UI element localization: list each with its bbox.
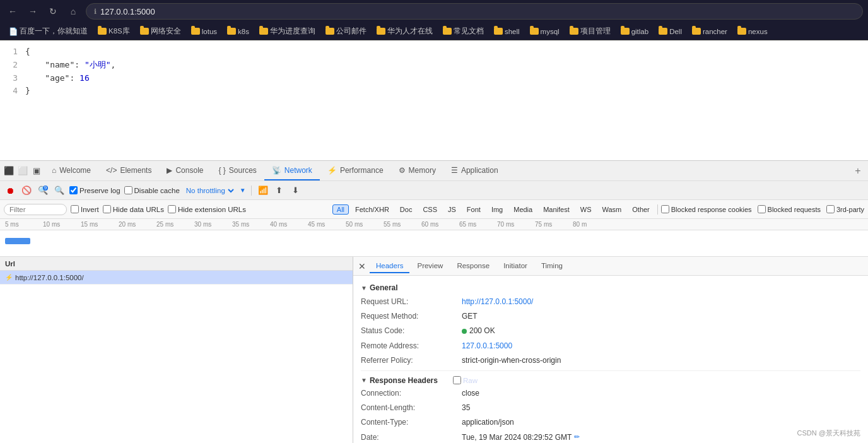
bookmark-email[interactable]: 公司邮件 [322, 25, 370, 37]
preserve-log-label[interactable]: Preserve log [69, 186, 120, 194]
type-btn-doc[interactable]: Doc [396, 204, 417, 215]
raw-checkbox[interactable] [453, 376, 461, 384]
type-btn-all[interactable]: All [332, 204, 349, 215]
search-button[interactable]: 🔍 [53, 184, 66, 197]
forward-button[interactable]: → [25, 4, 40, 19]
invert-label[interactable]: Invert [71, 205, 99, 213]
bookmark-rancher[interactable]: rancher [688, 27, 731, 37]
detail-tab-response[interactable]: Response [450, 259, 496, 273]
hide-data-urls-label[interactable]: Hide data URLs [103, 205, 164, 213]
connection-value: close [462, 387, 479, 399]
type-btn-manifest[interactable]: Manifest [539, 204, 574, 215]
tab-network[interactable]: 📡 Network [264, 161, 320, 180]
third-party-checkbox[interactable] [826, 205, 835, 213]
record-button[interactable]: ⏺ [4, 184, 16, 197]
tick-25ms: 25 ms [156, 221, 194, 228]
request-url-text: http://127.0.0.1:5000/ [15, 274, 84, 281]
address-bar[interactable]: ℹ 127.0.0.1:5000 [86, 3, 863, 20]
type-btn-fetchxhr[interactable]: Fetch/XHR [351, 204, 394, 215]
wifi-button[interactable]: 📶 [257, 184, 269, 197]
import-button[interactable]: ⬆ [273, 184, 286, 197]
bookmark-mysql[interactable]: mysql [526, 27, 563, 37]
type-btn-css[interactable]: CSS [418, 204, 442, 215]
folder-icon [737, 28, 746, 35]
tab-application[interactable]: ☰ Application [443, 161, 506, 180]
bookmark-baidu[interactable]: 📄 百度一下，你就知道 [5, 25, 91, 37]
date-key: Date: [361, 432, 462, 444]
tab-console[interactable]: ▶ Console [159, 161, 211, 180]
response-headers-title: Response Headers [370, 376, 438, 385]
hide-data-urls-checkbox[interactable] [103, 205, 111, 213]
disable-cache-checkbox[interactable] [124, 186, 132, 194]
home-icon: ⌂ [52, 166, 56, 175]
bookmark-proj-mgmt[interactable]: 项目管理 [566, 25, 614, 37]
filter-input[interactable] [4, 204, 67, 215]
bookmark-huawei-progress[interactable]: 华为进度查询 [255, 25, 319, 37]
bookmark-lotus[interactable]: lotus [187, 27, 221, 37]
bookmark-shell[interactable]: shell [490, 27, 524, 37]
detail-tab-timing[interactable]: Timing [535, 259, 569, 273]
type-btn-font[interactable]: Font [462, 204, 485, 215]
filter-toggle-button[interactable]: 🔍 9 [37, 184, 49, 197]
network-toolbar: ⏺ 🚫 🔍 9 🔍 Preserve log Disable cache No … [0, 181, 868, 200]
hide-ext-urls-checkbox[interactable] [168, 205, 176, 213]
detail-tab-headers[interactable]: Headers [370, 259, 409, 273]
raw-checkbox-label[interactable]: Raw [453, 376, 478, 384]
detail-tab-preview[interactable]: Preview [411, 259, 449, 273]
close-details-button[interactable]: ✕ [356, 260, 368, 273]
disable-cache-label[interactable]: Disable cache [124, 186, 180, 194]
reload-button[interactable]: ↻ [45, 4, 61, 19]
tab-elements[interactable]: </> Elements [98, 161, 159, 180]
back-button[interactable]: ← [5, 4, 20, 19]
bookmark-huawei-talent[interactable]: 华为人才在线 [373, 25, 437, 37]
bookmark-icon: 📄 [9, 27, 18, 36]
add-tab-button[interactable]: + [850, 163, 865, 179]
invert-checkbox[interactable] [71, 205, 79, 213]
request-method-row: Request Method: GET [361, 310, 860, 322]
performance-icon: ⚡ [327, 166, 337, 175]
preserve-log-checkbox[interactable] [69, 186, 78, 194]
blocked-cookies-checkbox[interactable] [661, 205, 669, 213]
export-button[interactable]: ⬇ [290, 184, 302, 197]
type-btn-img[interactable]: Img [487, 204, 507, 215]
line-number: 2 [8, 59, 18, 72]
blocked-requests-label[interactable]: Blocked requests [758, 205, 821, 213]
general-section-header[interactable]: ▼ General [361, 283, 860, 292]
blocked-requests-checkbox[interactable] [758, 205, 766, 213]
bookmark-k8s[interactable]: K8S库 [94, 25, 134, 37]
section-divider [361, 370, 860, 371]
request-row[interactable]: ⚡ http://127.0.0.1:5000/ [0, 271, 353, 285]
hide-ext-urls-label[interactable]: Hide extension URLs [168, 205, 246, 213]
type-btn-js[interactable]: JS [443, 204, 460, 215]
response-headers-section-header[interactable]: ▼ Response Headers [361, 376, 438, 385]
bookmark-nexus[interactable]: nexus [734, 27, 771, 37]
bookmark-docs[interactable]: 常见文档 [439, 25, 488, 37]
blocked-cookies-label[interactable]: Blocked response cookies [661, 205, 752, 213]
tab-welcome[interactable]: ⌂ Welcome [44, 161, 98, 180]
home-button[interactable]: ⌂ [66, 4, 81, 19]
devtools-undock-btn[interactable]: ⬜ [16, 165, 29, 177]
third-party-label[interactable]: 3rd-party [826, 205, 864, 213]
remote-address-value[interactable]: 127.0.0.1:5000 [462, 340, 512, 352]
type-btn-media[interactable]: Media [509, 204, 537, 215]
edit-icon[interactable]: ✏ [574, 432, 580, 444]
type-btn-ws[interactable]: WS [576, 204, 596, 215]
clear-button[interactable]: 🚫 [20, 184, 33, 197]
bookmark-gitlab[interactable]: gitlab [617, 27, 653, 37]
tab-memory[interactable]: ⚙ Memory [391, 161, 443, 180]
bookmark-dell[interactable]: Dell [655, 27, 686, 37]
bookmark-k8s2[interactable]: k8s [223, 27, 253, 37]
tab-sources[interactable]: { } Sources [211, 161, 264, 180]
throttle-select[interactable]: No throttling Fast 3G Slow 3G [184, 186, 236, 195]
type-btn-wasm[interactable]: Wasm [598, 204, 626, 215]
request-url-value[interactable]: http://127.0.0.1:5000/ [462, 296, 533, 308]
devtools-panel-btn[interactable]: ▣ [30, 165, 43, 177]
tab-performance[interactable]: ⚡ Performance [320, 161, 391, 180]
timeline-bar [5, 238, 30, 244]
timeline-area: 5 ms 10 ms 15 ms 20 ms 25 ms 30 ms 35 ms… [0, 219, 868, 257]
type-btn-other[interactable]: Other [628, 204, 654, 215]
bookmark-network-sec[interactable]: 网络安全 [136, 25, 185, 37]
devtools-dock-btn[interactable]: ⬛ [3, 165, 15, 177]
type-filters: All Fetch/XHR Doc CSS JS Font Img Media … [332, 204, 864, 215]
detail-tab-initiator[interactable]: Initiator [497, 259, 534, 273]
